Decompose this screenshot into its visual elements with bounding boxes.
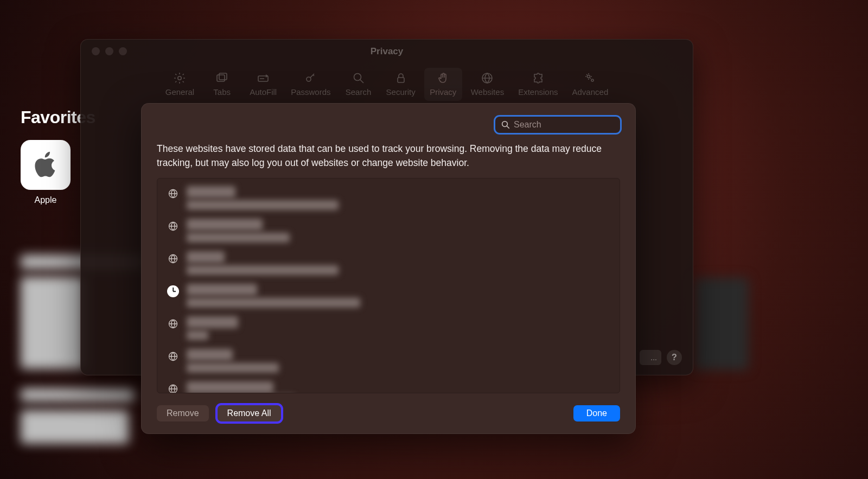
tabs-icon <box>215 71 229 85</box>
sheet-button-row: Remove Remove All Done <box>157 405 620 421</box>
hand-icon <box>436 71 450 85</box>
website-data-list[interactable] <box>157 178 620 394</box>
list-item[interactable] <box>157 312 620 344</box>
tab-websites[interactable]: Websites <box>465 68 509 101</box>
svg-line-1 <box>507 126 509 129</box>
autofill-icon <box>256 71 270 85</box>
svg-point-0 <box>502 122 508 127</box>
sheet-description: These websites have stored data that can… <box>157 142 620 170</box>
details-button[interactable]: ... <box>640 350 661 365</box>
help-button[interactable]: ? <box>667 350 682 365</box>
tab-extensions[interactable]: Extensions <box>513 68 563 101</box>
tab-label: Extensions <box>518 87 558 97</box>
gear-icon <box>173 71 187 85</box>
gears-icon <box>583 71 597 85</box>
search-input[interactable] <box>495 117 620 133</box>
tab-label: Passwords <box>291 87 330 97</box>
tab-label: General <box>165 87 194 97</box>
tab-label: Tabs <box>213 87 231 97</box>
tab-label: Websites <box>471 87 504 97</box>
tab-label: AutoFill <box>250 87 277 97</box>
list-item-text <box>187 316 238 340</box>
list-item-text <box>187 219 290 242</box>
globe-icon <box>167 220 179 232</box>
tab-passwords[interactable]: Passwords <box>285 68 336 101</box>
tab-label: Search <box>346 87 372 97</box>
tab-autofill[interactable]: AutoFill <box>244 68 282 101</box>
search-field-wrap <box>495 117 620 133</box>
tab-privacy[interactable]: Privacy <box>424 68 462 101</box>
tab-advanced[interactable]: Advanced <box>567 68 614 101</box>
remove-button[interactable]: Remove <box>157 405 209 421</box>
globe-icon <box>167 188 179 200</box>
favorite-label-apple: Apple <box>21 195 71 205</box>
search-icon <box>501 120 510 130</box>
clock-icon <box>167 285 179 297</box>
lock-icon <box>394 71 408 85</box>
window-title: Privacy <box>81 46 693 57</box>
tab-search[interactable]: Search <box>340 68 378 101</box>
list-item[interactable] <box>157 182 620 214</box>
list-item[interactable] <box>157 247 620 279</box>
globe-icon <box>167 350 179 362</box>
list-item[interactable] <box>157 279 620 312</box>
favorite-tile-apple[interactable] <box>21 140 71 190</box>
tab-security[interactable]: Security <box>381 68 421 101</box>
tab-label: Security <box>386 87 416 97</box>
list-item-text <box>187 381 295 394</box>
remove-all-button[interactable]: Remove All <box>218 405 281 421</box>
list-item[interactable] <box>157 214 620 247</box>
globe-icon <box>167 318 179 330</box>
globe-icon <box>480 71 494 85</box>
key-icon <box>304 71 318 85</box>
list-item[interactable] <box>157 344 620 377</box>
apple-logo-icon <box>30 149 61 181</box>
list-item-text <box>187 186 339 210</box>
tab-tabs[interactable]: Tabs <box>203 68 241 101</box>
tab-label: Privacy <box>430 87 456 97</box>
preferences-toolbar: GeneralTabsAutoFillPasswordsSearchSecuri… <box>81 68 693 101</box>
list-item-text <box>187 349 279 373</box>
tab-label: Advanced <box>572 87 609 97</box>
search-icon <box>352 71 366 85</box>
globe-icon <box>167 253 179 265</box>
list-item-text <box>187 251 339 275</box>
website-data-sheet: These websites have stored data that can… <box>141 103 636 434</box>
tab-general[interactable]: General <box>160 68 200 101</box>
puzzle-icon <box>531 71 545 85</box>
list-item-text <box>187 284 360 308</box>
list-item[interactable] <box>157 377 620 394</box>
globe-icon <box>167 383 179 394</box>
done-button[interactable]: Done <box>573 405 620 421</box>
